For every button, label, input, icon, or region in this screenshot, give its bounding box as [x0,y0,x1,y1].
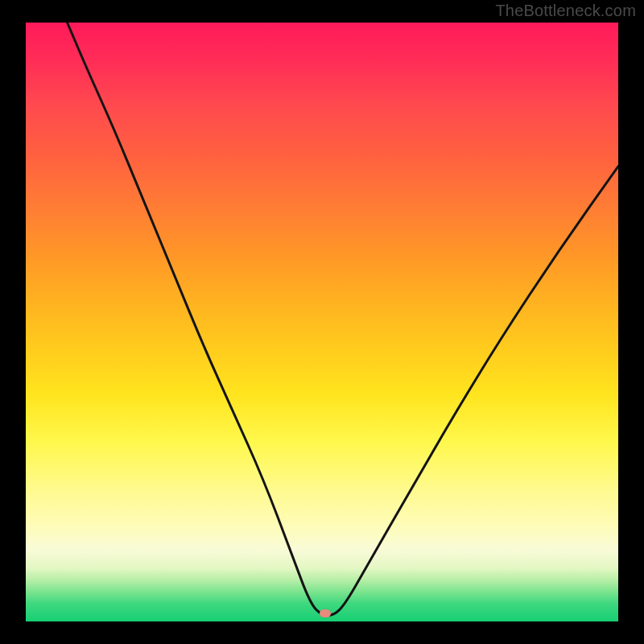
chart-frame: TheBottleneck.com [0,0,644,644]
optimal-marker [320,609,331,617]
bottleneck-curve-path [68,23,619,616]
bottleneck-curve [26,23,618,621]
plot-area [26,23,618,621]
watermark-text: TheBottleneck.com [495,2,636,20]
